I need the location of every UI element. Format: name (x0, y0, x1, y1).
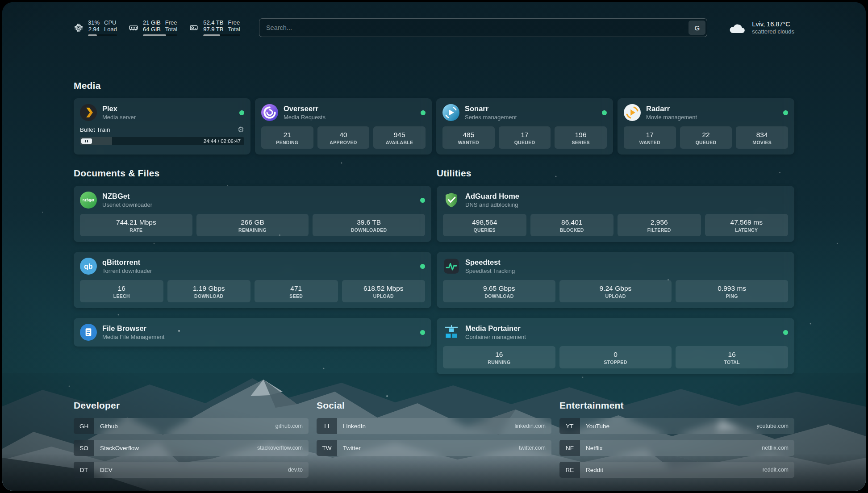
stat-value: 471 (256, 284, 336, 292)
service-title: Media Portainer (465, 324, 526, 333)
status-dot (420, 198, 425, 203)
bookmark-abbr: YT (559, 418, 580, 434)
stat-label: QUEUED (501, 140, 549, 145)
gear-icon[interactable]: ⚙ (238, 126, 244, 134)
stat-value: 17 (501, 130, 549, 139)
stat-value: 1.19 Gbps (169, 284, 249, 292)
bookmark-url: netflix.com (762, 445, 794, 451)
bookmark-youtube[interactable]: YT YouTube youtube.com (559, 418, 794, 434)
stat-box: 485 WANTED (442, 126, 495, 149)
filebrowser-card[interactable]: File Browser Media File Management (74, 318, 431, 347)
service-subtitle: DNS and adblocking (465, 201, 519, 209)
stat-value: 16 (677, 350, 786, 359)
search-input[interactable] (261, 24, 689, 31)
stat-label: DOWNLOAD (445, 293, 554, 299)
stat-box: 945 AVAILABLE (373, 126, 426, 149)
stat-label: STOPPED (561, 359, 670, 365)
service-subtitle: Usenet downloader (102, 201, 152, 209)
section-entertainment: Entertainment YT YouTube youtube.com NF … (559, 400, 794, 478)
stat-value: 834 (738, 130, 786, 139)
bookmark-abbr: TW (317, 440, 337, 456)
nzbget-card[interactable]: nzbget NZBGet Usenet downloader 74 (74, 186, 431, 242)
status-dot (783, 110, 788, 115)
bookmark-twitter[interactable]: TW Twitter twitter.com (317, 440, 551, 456)
speedtest-card[interactable]: Speedtest Speedtest Tracking 9.65 Gbps D… (437, 252, 794, 308)
plex-card[interactable]: Plex Media server Bullet Train ⚙ 24:44 /… (74, 98, 250, 155)
stat-box: 40 APPROVED (317, 126, 370, 149)
stat-box: 16 RUNNING (443, 346, 555, 368)
section-title-developer: Developer (74, 400, 309, 411)
stat-label: DOWNLOADED (314, 227, 423, 233)
search-provider-button[interactable]: G (689, 21, 705, 35)
stat-box: 47.569 ms LATENCY (705, 214, 789, 236)
bookmark-stackoverflow[interactable]: SO StackOverflow stackoverflow.com (74, 440, 309, 456)
bookmark-name: Reddit (580, 467, 603, 473)
status-dot (783, 330, 788, 335)
plex-progress-bar[interactable]: 24:44 / 02:06:47 (80, 137, 244, 145)
radarr-card[interactable]: Radarr Movie management 17 WANTED 22 QUE… (618, 98, 794, 155)
speedtest-icon (443, 258, 460, 275)
cpu-load: 2.94 (88, 26, 100, 33)
stat-box: 9.24 Gbps UPLOAD (559, 280, 672, 302)
bookmark-linkedin[interactable]: LI LinkedIn linkedin.com (317, 418, 551, 434)
stat-label: UPLOAD (561, 293, 670, 299)
bookmark-url: youtube.com (756, 423, 794, 429)
stat-label: PENDING (263, 140, 312, 145)
service-subtitle: Speedtest Tracking (465, 267, 515, 275)
section-utilities: Utilities (437, 168, 794, 374)
stat-value: 498,564 (445, 218, 525, 226)
stat-box: 834 MOVIES (736, 126, 788, 149)
sonarr-card[interactable]: Sonarr Series management 485 WANTED 17 Q… (436, 98, 613, 155)
bookmark-name: DEV (94, 467, 113, 473)
bookmark-name: YouTube (580, 423, 609, 430)
stat-label: WANTED (626, 140, 674, 145)
bookmark-github[interactable]: GH Github github.com (74, 418, 309, 434)
bookmark-name: LinkedIn (337, 423, 366, 430)
weather-location-temp: Lviv, 16.87°C (752, 20, 794, 28)
stat-box: 0 STOPPED (559, 346, 672, 368)
bookmark-netflix[interactable]: NF Netflix netflix.com (559, 440, 794, 456)
status-dot (420, 330, 425, 335)
section-title-documents: Documents & Files (74, 168, 431, 179)
stat-box: 21 PENDING (261, 126, 313, 149)
service-title: qBittorrent (102, 258, 152, 267)
playback-time: 24:44 / 02:06:47 (204, 138, 241, 144)
stat-value: 86,401 (532, 218, 612, 226)
stat-box: 266 GB REMAINING (196, 214, 309, 236)
memory-progress-bar (143, 34, 177, 36)
stat-label: SEED (256, 293, 336, 299)
cpu-load-label: Load (104, 26, 117, 33)
pause-button[interactable] (81, 138, 92, 144)
bookmark-name: Netflix (580, 445, 603, 451)
status-dot (420, 264, 425, 269)
memory-free: 21 GiB (143, 19, 161, 26)
stat-box: 17 WANTED (624, 126, 676, 149)
stat-label: FILTERED (619, 227, 699, 233)
stat-box: 196 SERIES (555, 126, 607, 149)
disk-widget: 52.4 TB Free 97.9 TB Total (189, 19, 240, 36)
stat-box: 0.993 ms PING (676, 280, 788, 302)
stat-label: BLOCKED (532, 227, 612, 233)
filebrowser-icon (80, 324, 97, 341)
section-title-social: Social (317, 400, 551, 411)
disk-free-label: Free (228, 19, 240, 26)
stat-label: PING (677, 293, 786, 299)
stat-value: 266 GB (198, 218, 307, 226)
stat-label: MOVIES (738, 140, 786, 145)
service-subtitle: Media server (102, 114, 136, 121)
service-title: Radarr (646, 104, 697, 113)
overseerr-card[interactable]: Overseerr Media Requests 21 PENDING 40 A… (255, 98, 432, 155)
stat-label: REMAINING (198, 227, 307, 233)
qbittorrent-card[interactable]: qb qBittorrent Torrent downloader (74, 252, 431, 308)
bookmark-dev[interactable]: DT DEV dev.to (74, 462, 309, 478)
bookmark-reddit[interactable]: RE Reddit reddit.com (559, 462, 794, 478)
stat-value: 40 (319, 130, 368, 139)
portainer-card[interactable]: Media Portainer Container management 16 … (437, 318, 794, 374)
disk-total: 97.9 TB (203, 26, 223, 33)
adguard-card[interactable]: AdGuard Home DNS and adblocking 498,564 … (437, 186, 794, 242)
disk-free: 52.4 TB (203, 19, 223, 26)
stat-box: 618.52 Mbps UPLOAD (342, 280, 426, 302)
stat-box: 471 SEED (255, 280, 338, 302)
service-subtitle: Movie management (646, 114, 697, 121)
service-subtitle: Media Requests (284, 114, 326, 121)
